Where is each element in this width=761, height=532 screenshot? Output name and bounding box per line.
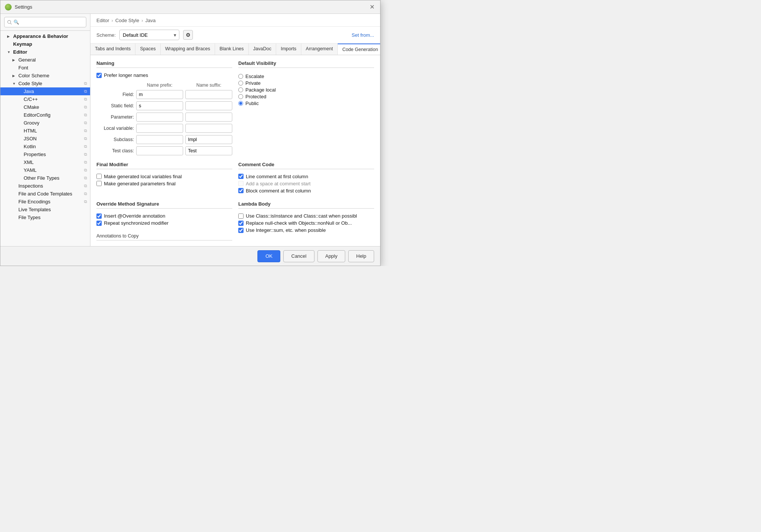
sidebar-item-editor[interactable]: ▼Editor bbox=[0, 48, 90, 56]
naming-suffix-input-3[interactable] bbox=[185, 124, 232, 133]
close-button[interactable]: ✕ bbox=[370, 4, 376, 10]
naming-prefix-input-0[interactable] bbox=[136, 90, 183, 99]
comment-label-2: Block comment at first column bbox=[246, 188, 311, 194]
sidebar-item-yaml[interactable]: YAML⧉ bbox=[0, 166, 90, 174]
help-button[interactable]: Help bbox=[348, 250, 374, 262]
sidebar-item-other-file-types[interactable]: Other File Types⧉ bbox=[0, 174, 90, 182]
visibility-radio-escalate[interactable] bbox=[238, 74, 243, 79]
final-checkbox-1[interactable] bbox=[96, 181, 102, 186]
lambda-body-title: Lambda Body bbox=[238, 201, 374, 209]
override-row-0: Insert @Override annotation bbox=[96, 213, 232, 219]
override-label-0: Insert @Override annotation bbox=[104, 213, 165, 219]
final-checkbox-0[interactable] bbox=[96, 174, 102, 179]
final-options: Make generated local variables finalMake… bbox=[96, 174, 232, 188]
tab-wrapping[interactable]: Wrapping and Braces bbox=[161, 44, 215, 55]
app-icon bbox=[5, 4, 12, 11]
lambda-checkbox-1[interactable] bbox=[238, 221, 244, 226]
naming-suffix-input-0[interactable] bbox=[185, 90, 232, 99]
tab-tabs-indents[interactable]: Tabs and Indents bbox=[90, 44, 135, 55]
override-options: Insert @Override annotationRepeat synchr… bbox=[96, 213, 232, 227]
naming-suffix-input-2[interactable] bbox=[185, 113, 232, 122]
sidebar-item-groovy[interactable]: Groovy⧉ bbox=[0, 119, 90, 127]
visibility-radio-public[interactable] bbox=[238, 101, 243, 106]
tab-blank-lines[interactable]: Blank Lines bbox=[215, 44, 249, 55]
final-label-0: Make generated local variables final bbox=[104, 174, 182, 179]
lambda-checkbox-2[interactable] bbox=[238, 228, 244, 233]
final-label-1: Make generated parameters final bbox=[104, 181, 176, 186]
scheme-gear-button[interactable]: ⚙ bbox=[183, 30, 193, 40]
visibility-row-0: Escalate bbox=[238, 74, 374, 79]
sidebar-item-file-types[interactable]: File Types bbox=[0, 213, 90, 221]
override-checkbox-0[interactable] bbox=[96, 213, 102, 219]
tabs-bar: Tabs and IndentsSpacesWrapping and Brace… bbox=[90, 44, 380, 55]
visibility-options: EscalatePrivatePackage localProtectedPub… bbox=[238, 72, 374, 107]
sidebar-item-font[interactable]: Font bbox=[0, 64, 90, 72]
naming-prefix-input-1[interactable] bbox=[136, 101, 183, 110]
comment-checkbox-0[interactable] bbox=[238, 174, 244, 179]
scheme-dropdown[interactable]: Default IDE bbox=[119, 30, 179, 40]
right-panel: Editor › Code Style › Java Scheme: Defau… bbox=[90, 14, 380, 246]
tab-javadoc[interactable]: JavaDoc bbox=[249, 44, 277, 55]
sidebar-item-live-templates[interactable]: Live Templates bbox=[0, 206, 90, 213]
visibility-label-4: Public bbox=[245, 101, 259, 106]
tab-arrangement[interactable]: Arrangement bbox=[301, 44, 338, 55]
sidebar-item-file-code-templates[interactable]: File and Code Templates⧉ bbox=[0, 190, 90, 198]
tab-code-generation[interactable]: Code Generation bbox=[338, 44, 380, 55]
search-input[interactable] bbox=[4, 17, 86, 27]
sidebar-item-kotlin[interactable]: Kotlin⧉ bbox=[0, 143, 90, 150]
tab-spaces[interactable]: Spaces bbox=[135, 44, 161, 55]
naming-label-2: Parameter: bbox=[96, 114, 134, 120]
sidebar-item-java[interactable]: Java⧉ bbox=[0, 87, 90, 95]
lambda-checkbox-0[interactable] bbox=[238, 213, 244, 219]
visibility-radio-protected[interactable] bbox=[238, 94, 243, 99]
sidebar-item-cmake[interactable]: CMake⧉ bbox=[0, 103, 90, 111]
scheme-bar: Scheme: Default IDE ⚙ Set from... bbox=[90, 27, 380, 44]
naming-prefix-input-5[interactable] bbox=[136, 146, 183, 155]
override-checkbox-1[interactable] bbox=[96, 221, 102, 226]
naming-suffix-input-4[interactable] bbox=[185, 135, 232, 144]
sidebar-item-properties[interactable]: Properties⧉ bbox=[0, 150, 90, 158]
cancel-button[interactable]: Cancel bbox=[283, 250, 314, 262]
sidebar-item-file-encodings[interactable]: File Encodings⧉ bbox=[0, 198, 90, 206]
bottom-bar: OK Cancel Apply Help bbox=[0, 246, 380, 266]
sidebar-item-appearance[interactable]: ▶Appearance & Behavior bbox=[0, 32, 90, 40]
prefer-longer-checkbox[interactable] bbox=[96, 73, 102, 78]
sidebar-item-editorconfig[interactable]: EditorConfig⧉ bbox=[0, 111, 90, 119]
sidebar-item-color-scheme[interactable]: ▶Color Scheme bbox=[0, 72, 90, 80]
final-row-1: Make generated parameters final bbox=[96, 181, 232, 186]
sidebar-item-json[interactable]: JSON⧉ bbox=[0, 135, 90, 143]
naming-prefix-input-3[interactable] bbox=[136, 124, 183, 133]
naming-prefix-input-4[interactable] bbox=[136, 135, 183, 144]
sidebar-item-cpp[interactable]: C/C++⧉ bbox=[0, 95, 90, 103]
annotations-label: Annotations to Copy bbox=[96, 233, 232, 240]
lambda-options: Use Class::isInstance and Class::cast wh… bbox=[238, 213, 374, 234]
sidebar-item-xml[interactable]: XML⧉ bbox=[0, 158, 90, 166]
sidebar-item-keymap[interactable]: Keymap bbox=[0, 40, 90, 48]
visibility-row-1: Private bbox=[238, 80, 374, 86]
search-bar bbox=[0, 14, 90, 31]
ok-button[interactable]: OK bbox=[257, 250, 280, 262]
breadcrumb-code-style: Code Style bbox=[115, 18, 139, 23]
sidebar-item-code-style[interactable]: ▼Code Style⧉ bbox=[0, 80, 90, 87]
visibility-radio-private[interactable] bbox=[238, 81, 243, 86]
lambda-label-2: Use Integer::sum, etc. when possible bbox=[246, 227, 326, 233]
sidebar-item-html[interactable]: HTML⧉ bbox=[0, 127, 90, 135]
name-grid: Name prefix: Name suffix: Field:Static f… bbox=[96, 83, 232, 155]
visibility-radio-package-local[interactable] bbox=[238, 87, 243, 92]
comment-checkbox-2[interactable] bbox=[238, 188, 244, 193]
sidebar-item-general[interactable]: ▶General bbox=[0, 56, 90, 64]
comment-row-2: Block comment at first column bbox=[238, 188, 374, 194]
apply-button[interactable]: Apply bbox=[317, 250, 346, 262]
sidebar-item-inspections[interactable]: Inspections⧉ bbox=[0, 182, 90, 190]
name-prefix-header: Name prefix: bbox=[136, 83, 183, 88]
naming-suffix-input-5[interactable] bbox=[185, 146, 232, 155]
override-method-section: Override Method Signature Insert @Overri… bbox=[96, 201, 232, 241]
visibility-row-4: Public bbox=[238, 101, 374, 106]
visibility-label-3: Protected bbox=[245, 94, 266, 99]
set-from-link[interactable]: Set from... bbox=[352, 32, 374, 38]
naming-suffix-input-1[interactable] bbox=[185, 101, 232, 110]
naming-prefix-input-2[interactable] bbox=[136, 113, 183, 122]
title-bar: Settings ✕ bbox=[0, 0, 380, 14]
tab-imports[interactable]: Imports bbox=[276, 44, 301, 55]
scheme-label: Scheme: bbox=[96, 32, 116, 38]
